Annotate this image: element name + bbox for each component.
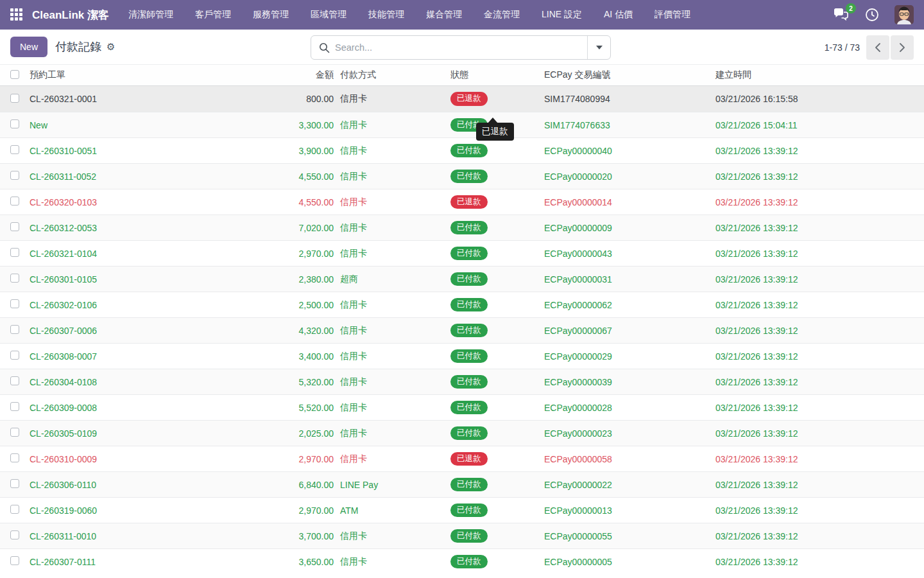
row-checkbox[interactable] — [10, 248, 19, 257]
cell-status: 已退款 — [449, 195, 544, 209]
cell-created: 03/21/2026 13:39:12 — [715, 480, 924, 490]
cell-status: 已付款 — [449, 247, 544, 260]
row-checkbox[interactable] — [10, 171, 19, 180]
cell-amount: 3,900.00 — [286, 146, 334, 156]
table-row[interactable]: CL-260321-0001800.00信用卡已退款SIM17740809940… — [0, 86, 924, 112]
table-row[interactable]: CL-260321-01042,970.00信用卡已付款ECPay0000004… — [0, 240, 924, 266]
table-row[interactable]: CL-260319-00602,970.00ATM已付款ECPay0000001… — [0, 497, 924, 523]
nav-menu-item-2[interactable]: 服務管理 — [253, 9, 289, 21]
table-row[interactable]: CL-260311-00524,550.00信用卡已付款ECPay0000002… — [0, 163, 924, 189]
table-row[interactable]: CL-260310-00513,900.00信用卡已付款ECPay0000004… — [0, 137, 924, 163]
cell-txn: ECPay00000055 — [544, 531, 715, 541]
row-checkbox[interactable] — [10, 453, 19, 462]
navbar-systray: 2 — [833, 5, 914, 24]
cell-amount: 2,970.00 — [286, 249, 334, 259]
table-row[interactable]: CL-260311-00103,700.00信用卡已付款ECPay0000005… — [0, 523, 924, 548]
cell-txn: ECPay00000031 — [544, 274, 715, 285]
row-checkbox[interactable] — [10, 325, 19, 334]
table-row[interactable]: CL-260309-00085,520.00信用卡已付款ECPay0000002… — [0, 394, 924, 420]
table-row[interactable]: CL-260320-01034,550.00信用卡已退款ECPay0000001… — [0, 189, 924, 215]
cell-amount: 6,840.00 — [286, 480, 334, 490]
nav-menu-item-0[interactable]: 清潔師管理 — [128, 9, 173, 21]
table-row[interactable]: CL-260310-00092,970.00信用卡已退款ECPay0000005… — [0, 446, 924, 471]
table-row[interactable]: CL-260307-01113,650.00信用卡已付款ECPay0000000… — [0, 548, 924, 574]
row-checkbox[interactable] — [10, 479, 19, 488]
column-header-order[interactable]: 預約工單 — [30, 69, 286, 81]
cell-method: 信用卡 — [334, 222, 449, 234]
cell-created: 03/21/2026 13:39:12 — [715, 197, 924, 207]
cell-status: 已付款 — [449, 426, 544, 440]
nav-menu-item-5[interactable]: 媒合管理 — [426, 9, 462, 21]
cell-created: 03/21/2026 13:39:12 — [715, 326, 924, 336]
row-checkbox[interactable] — [10, 197, 19, 206]
messages-button[interactable]: 2 — [833, 8, 850, 22]
pager-previous-button[interactable] — [866, 35, 889, 60]
row-checkbox[interactable] — [10, 351, 19, 360]
cell-txn: ECPay00000022 — [544, 480, 715, 490]
table-row[interactable]: CL-260305-01092,025.00信用卡已付款ECPay0000002… — [0, 420, 924, 446]
table-row[interactable]: CL-260308-00073,400.00信用卡已付款ECPay0000002… — [0, 343, 924, 369]
nav-menu-item-8[interactable]: AI 估價 — [604, 9, 633, 21]
nav-menu-item-6[interactable]: 金流管理 — [484, 9, 520, 21]
table-row[interactable]: CL-260304-01085,320.00信用卡已付款ECPay0000003… — [0, 369, 924, 394]
search-options-toggle[interactable] — [587, 36, 610, 59]
activities-button[interactable] — [865, 8, 879, 22]
row-checkbox[interactable] — [10, 402, 19, 411]
row-checkbox-cell — [10, 376, 30, 387]
row-checkbox[interactable] — [10, 376, 19, 385]
status-badge: 已付款 — [450, 529, 488, 543]
table-row[interactable]: New3,300.00信用卡已付款SIM177407663303/21/2026… — [0, 112, 924, 137]
row-checkbox[interactable] — [10, 94, 19, 103]
pager-next-button[interactable] — [891, 35, 914, 60]
apps-grid-icon[interactable] — [10, 8, 23, 21]
cell-txn: ECPay00000040 — [544, 146, 715, 156]
nav-menu-item-3[interactable]: 區域管理 — [311, 9, 346, 21]
gear-icon[interactable]: ⚙ — [107, 41, 115, 53]
cell-status: 已付款 — [449, 349, 544, 363]
row-checkbox[interactable] — [10, 505, 19, 514]
row-checkbox[interactable] — [10, 428, 19, 437]
cell-order: CL-260310-0009 — [30, 454, 286, 464]
user-avatar[interactable] — [894, 5, 914, 24]
status-badge: 已付款 — [450, 144, 488, 157]
page-title: 付款記錄 — [55, 39, 101, 55]
nav-menu-item-1[interactable]: 客戶管理 — [195, 9, 231, 21]
new-button[interactable]: New — [10, 37, 47, 57]
cell-method: 信用卡 — [334, 402, 449, 414]
cell-txn: ECPay00000039 — [544, 377, 715, 387]
column-header-amount[interactable]: 金額 — [286, 69, 334, 81]
search-input[interactable] — [335, 42, 587, 53]
cell-status: 已付款 — [449, 324, 544, 337]
table-row[interactable]: CL-260312-00537,020.00信用卡已付款ECPay0000000… — [0, 215, 924, 240]
status-badge: 已付款 — [450, 247, 488, 260]
search-bar — [311, 35, 611, 60]
app-brand[interactable]: CleanLink 潔客 — [32, 8, 109, 22]
row-checkbox-cell — [10, 325, 30, 336]
row-checkbox[interactable] — [10, 119, 19, 128]
column-header-created[interactable]: 建立時間 — [715, 69, 924, 81]
row-checkbox[interactable] — [10, 556, 19, 565]
status-badge: 已付款 — [450, 170, 488, 183]
row-checkbox[interactable] — [10, 530, 19, 539]
column-header-method[interactable]: 付款方式 — [334, 69, 449, 81]
column-header-status[interactable]: 狀態 — [449, 69, 544, 81]
cell-amount: 2,380.00 — [286, 274, 334, 285]
row-checkbox[interactable] — [10, 274, 19, 283]
table-row[interactable]: CL-260301-01052,380.00超商已付款ECPay00000031… — [0, 266, 924, 292]
cell-method: 信用卡 — [334, 248, 449, 259]
row-checkbox[interactable] — [10, 145, 19, 154]
table-row[interactable]: CL-260302-01062,500.00信用卡已付款ECPay0000006… — [0, 292, 924, 317]
row-checkbox-cell — [10, 505, 30, 516]
nav-menu-item-4[interactable]: 技能管理 — [368, 9, 404, 21]
table-row[interactable]: CL-260307-00064,320.00信用卡已付款ECPay0000006… — [0, 317, 924, 343]
row-checkbox[interactable] — [10, 222, 19, 231]
nav-menu-item-7[interactable]: LINE 設定 — [542, 9, 582, 21]
table-row[interactable]: CL-260306-01106,840.00LINE Pay已付款ECPay00… — [0, 471, 924, 497]
select-all-checkbox[interactable] — [10, 70, 19, 79]
cell-created: 03/21/2026 13:39:12 — [715, 531, 924, 541]
nav-menu-item-9[interactable]: 評價管理 — [654, 9, 690, 21]
row-checkbox[interactable] — [10, 299, 19, 308]
column-header-txn[interactable]: ECPay 交易編號 — [544, 69, 715, 81]
cell-status: 已付款 — [449, 529, 544, 543]
cell-status: 已付款 — [449, 478, 544, 491]
